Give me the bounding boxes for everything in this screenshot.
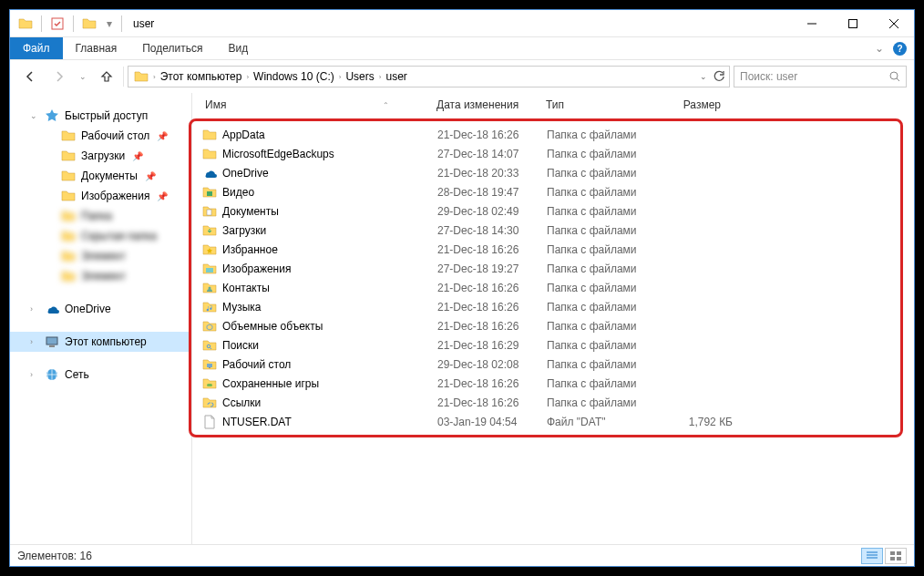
file-type: Файл "DAT" xyxy=(547,416,660,428)
minimize-button[interactable] xyxy=(791,10,832,36)
file-row[interactable]: Объемные объекты21-Dec-18 16:26Папка с ф… xyxy=(191,316,900,335)
sidebar-onedrive[interactable]: › OneDrive xyxy=(10,299,191,319)
file-row[interactable]: Избранное21-Dec-18 16:26Папка с файлами xyxy=(191,240,900,259)
file-type: Папка с файлами xyxy=(547,339,660,352)
pin-icon: 📌 xyxy=(132,151,143,161)
folder-icon xyxy=(61,169,76,183)
sidebar-quick-item[interactable]: Документы📌 xyxy=(10,166,191,186)
folder-icon xyxy=(202,128,217,142)
3d-icon xyxy=(202,319,217,334)
chevron-right-icon[interactable]: › xyxy=(30,370,33,379)
svg-rect-2 xyxy=(848,19,857,27)
up-button[interactable] xyxy=(94,64,119,89)
sidebar-quick-item[interactable]: Загрузки📌 xyxy=(10,146,191,166)
computer-icon xyxy=(45,334,59,349)
column-header-date[interactable]: Дата изменения xyxy=(431,98,540,111)
file-row[interactable]: Загрузки27-Dec-18 14:30Папка с файлами xyxy=(191,221,900,240)
svg-rect-24 xyxy=(890,557,895,561)
file-type: Папка с файлами xyxy=(547,129,660,141)
file-date: 29-Dec-18 02:49 xyxy=(437,205,547,218)
file-row[interactable]: Рабочий стол29-Dec-18 02:08Папка с файла… xyxy=(191,355,900,374)
view-details-button[interactable] xyxy=(861,548,883,564)
maximize-button[interactable] xyxy=(832,10,873,36)
svg-point-5 xyxy=(890,72,898,79)
tab-share[interactable]: Поделиться xyxy=(129,37,215,59)
refresh-button[interactable] xyxy=(713,70,725,83)
sidebar-item-label: Рабочий стол xyxy=(81,129,149,142)
tab-file[interactable]: Файл xyxy=(10,37,63,59)
address-bar[interactable]: › Этот компьютер › Windows 10 (C:) › Use… xyxy=(128,66,730,87)
file-date: 27-Dec-18 19:27 xyxy=(437,262,547,275)
file-row[interactable]: MicrosoftEdgeBackups27-Dec-18 14:07Папка… xyxy=(191,144,900,163)
file-list-pane: Имя⌃ Дата изменения Тип Размер AppData21… xyxy=(192,93,914,544)
crumb-users[interactable]: Users xyxy=(342,67,377,87)
file-row[interactable]: Документы29-Dec-18 02:49Папка с файлами xyxy=(191,201,900,221)
sidebar-item-label: Элемент xyxy=(81,270,126,283)
sidebar-quick-item[interactable]: Скрытая папка xyxy=(10,226,191,246)
column-header-size[interactable]: Размер xyxy=(653,98,726,111)
file-row[interactable]: Видео28-Dec-18 19:47Папка с файлами xyxy=(191,182,900,201)
file-name: Избранное xyxy=(222,243,437,256)
column-headers: Имя⌃ Дата изменения Тип Размер xyxy=(192,93,905,117)
folder-icon xyxy=(15,14,36,34)
qat-customize-button[interactable]: ▾ xyxy=(103,14,116,34)
file-type: Папка с файлами xyxy=(547,282,660,294)
back-button[interactable] xyxy=(17,64,43,89)
sidebar-quick-item[interactable]: Изображения📌 xyxy=(10,186,191,206)
file-size: 1,792 КБ xyxy=(660,416,733,428)
file-row[interactable]: Изображения27-Dec-18 19:27Папка с файлам… xyxy=(191,259,900,278)
status-item-count: Элементов: 16 xyxy=(17,550,92,562)
address-dropdown-button[interactable]: ⌄ xyxy=(696,72,711,81)
sidebar-network[interactable]: › Сеть xyxy=(10,365,191,385)
crumb-user[interactable]: user xyxy=(382,67,410,87)
close-button[interactable] xyxy=(873,10,914,36)
file-row[interactable]: NTUSER.DAT03-Jan-19 04:54Файл "DAT"1,792… xyxy=(191,412,900,431)
file-row[interactable]: Ссылки21-Dec-18 16:26Папка с файлами xyxy=(191,393,900,412)
file-type: Папка с файлами xyxy=(547,358,660,371)
crumb-drive-c[interactable]: Windows 10 (C:) xyxy=(250,67,338,87)
sidebar-item-label: OneDrive xyxy=(65,303,111,315)
svg-rect-12 xyxy=(206,268,213,273)
chevron-right-icon[interactable]: › xyxy=(30,304,33,314)
tab-home[interactable]: Главная xyxy=(63,37,130,59)
file-type: Папка с файлами xyxy=(547,301,660,314)
view-large-icons-button[interactable] xyxy=(885,548,907,564)
file-row[interactable]: Сохраненные игры21-Dec-18 16:26Папка с ф… xyxy=(191,374,900,393)
documents-icon xyxy=(202,204,217,219)
saved-games-icon xyxy=(202,376,217,391)
sidebar-quick-item[interactable]: Элемент xyxy=(10,266,191,286)
pin-icon: 📌 xyxy=(145,171,156,181)
file-row[interactable]: Контакты21-Dec-18 16:26Папка с файлами xyxy=(191,278,900,297)
file-row[interactable]: Музыка21-Dec-18 16:26Папка с файлами xyxy=(191,297,900,316)
file-row[interactable]: Поиски21-Dec-18 16:29Папка с файлами xyxy=(191,335,900,355)
file-type: Папка с файлами xyxy=(547,243,660,256)
properties-qat-button[interactable] xyxy=(47,14,67,34)
file-row[interactable]: AppData21-Dec-18 16:26Папка с файлами xyxy=(191,125,900,144)
column-header-type[interactable]: Тип xyxy=(540,98,653,111)
tab-view[interactable]: Вид xyxy=(215,37,261,59)
chevron-down-icon[interactable]: ⌄ xyxy=(30,111,37,120)
chevron-right-icon[interactable]: › xyxy=(30,337,33,346)
new-folder-qat-button[interactable] xyxy=(79,14,99,34)
sidebar-this-pc[interactable]: › Этот компьютер xyxy=(10,332,191,352)
sidebar-quick-item[interactable]: Рабочий стол📌 xyxy=(10,126,191,146)
recent-locations-button[interactable]: ⌄ xyxy=(76,64,90,89)
onedrive-icon xyxy=(45,302,59,316)
forward-button[interactable] xyxy=(46,64,72,89)
help-icon[interactable]: ? xyxy=(893,42,907,56)
column-header-name[interactable]: Имя⌃ xyxy=(200,98,431,111)
desktop-icon xyxy=(202,357,217,372)
file-date: 28-Dec-18 19:47 xyxy=(437,186,547,199)
search-input[interactable]: Поиск: user xyxy=(734,66,907,87)
file-name: Поиски xyxy=(222,339,437,352)
folder-icon xyxy=(130,67,152,87)
file-name: Сохраненные игры xyxy=(222,377,437,390)
sidebar-quick-item[interactable]: Элемент xyxy=(10,246,191,266)
sidebar-quick-item[interactable]: Папка xyxy=(10,206,191,226)
sidebar-quick-access[interactable]: ⌄ Быстрый доступ xyxy=(10,106,191,126)
pin-icon: 📌 xyxy=(157,131,168,141)
ribbon-expand-button[interactable]: ⌄ xyxy=(875,42,884,55)
crumb-this-pc[interactable]: Этот компьютер xyxy=(157,67,246,87)
status-bar: Элементов: 16 xyxy=(10,544,914,566)
file-row[interactable]: OneDrive21-Dec-18 20:33Папка с файлами xyxy=(191,163,900,182)
